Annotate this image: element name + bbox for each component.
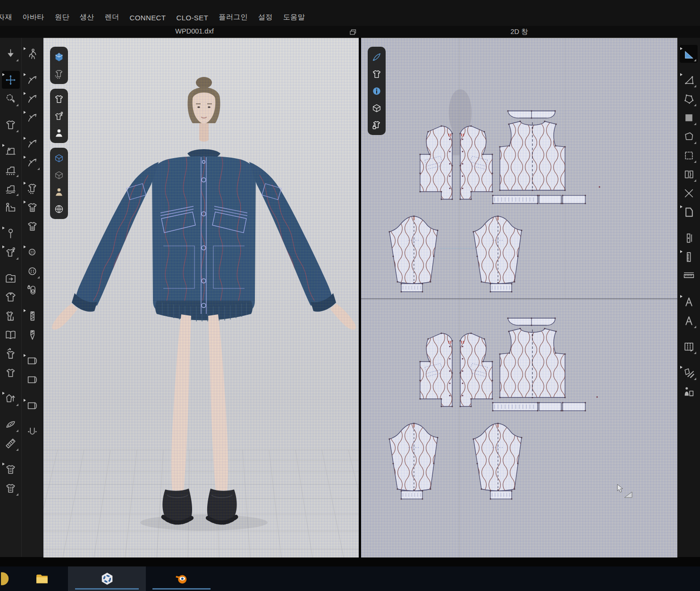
garment-tape-tool[interactable] [2, 479, 20, 497]
fit-sewing-tool[interactable] [2, 198, 20, 216]
fold-elbow-tool[interactable] [23, 90, 41, 108]
left-toolbar-col1 [0, 38, 21, 557]
lock-pattern-toggle[interactable] [370, 118, 384, 132]
grading-ruler-tool[interactable] [680, 267, 698, 285]
menu-item-자재[interactable]: 자재 [0, 13, 17, 22]
menu-bar: 자재아바타원단생산렌더CONNECTCLO-SET플러그인설정도움말 [0, 0, 700, 26]
button-tool[interactable] [23, 243, 41, 261]
fabric-texture-tool[interactable] [23, 198, 41, 216]
internal-polygon-tool[interactable] [680, 146, 698, 164]
menu-item-아바타[interactable]: 아바타 [17, 13, 50, 22]
free-sewing-tool[interactable] [2, 160, 20, 178]
pin-display-toggle[interactable] [52, 109, 66, 123]
fabric-view-toggle[interactable] [52, 151, 66, 165]
segment-sewing-tool[interactable] [2, 142, 20, 160]
basic-garment-tool[interactable] [2, 363, 20, 381]
taskbar-pinned-app-partial-icon [1, 572, 15, 586]
viewport-3d-toolbar-group2 [50, 89, 68, 143]
fold-arm-tool[interactable] [23, 71, 41, 89]
layer-clone-tool[interactable] [2, 307, 20, 325]
file-explorer[interactable] [16, 566, 68, 591]
zipper-puller-tool[interactable] [23, 326, 41, 344]
title-strip: WPD001.dxf 2D 창 [0, 26, 700, 38]
binding-tool[interactable] [23, 422, 41, 440]
menu-item-도움말[interactable]: 도움말 [278, 13, 310, 22]
viewport-3d-toolbar-group3 [50, 148, 68, 219]
bend-tool[interactable] [23, 135, 41, 152]
garment-measure-tool[interactable] [2, 460, 20, 478]
clo-3d-app-icon [100, 572, 114, 586]
menu-item-렌더[interactable]: 렌더 [100, 13, 125, 22]
seam-allowance-tool[interactable] [680, 229, 698, 247]
file-explorer-icon [35, 572, 49, 586]
walk-pose-tool[interactable] [23, 45, 41, 63]
unfold-tool[interactable] [2, 326, 20, 344]
fold-wrist-tool[interactable] [23, 109, 41, 127]
fold-arrangement-tool[interactable] [2, 269, 20, 287]
clo-3d-app[interactable] [68, 566, 146, 591]
pattern-scene [361, 38, 677, 557]
viewport-2d[interactable] [361, 38, 677, 557]
fabric-roll-tool[interactable] [23, 352, 41, 370]
trace-tool[interactable] [680, 184, 698, 202]
menu-item-CONNECT[interactable]: CONNECT [124, 14, 171, 22]
garment-select-tool[interactable] [2, 116, 20, 134]
pin-tool[interactable] [2, 224, 20, 242]
show-pattern-toggle[interactable] [370, 67, 384, 81]
curved-measure-tool[interactable] [2, 415, 20, 433]
transform-pattern-tool[interactable] [680, 45, 698, 63]
viewport-2d-toolbar-group [368, 47, 386, 135]
cut-sew-tool[interactable] [680, 363, 698, 381]
button-fasten-tool[interactable] [23, 281, 41, 299]
fabric-texture-view[interactable] [23, 217, 41, 235]
dart-tool[interactable] [680, 165, 698, 183]
menu-item-설정[interactable]: 설정 [253, 13, 278, 22]
text-tool[interactable] [680, 312, 698, 329]
restore-window-icon[interactable] [350, 29, 356, 35]
edit-pattern-tool[interactable] [680, 71, 698, 89]
show-avatar-toggle[interactable] [52, 126, 66, 140]
arrange-tool[interactable] [2, 45, 20, 63]
pleats-tool[interactable] [680, 338, 698, 355]
environment-toggle[interactable] [52, 202, 66, 216]
menu-item-생산[interactable]: 생산 [75, 13, 100, 22]
texture-transform-tool[interactable] [2, 389, 20, 407]
flip-garment-tool[interactable] [2, 345, 20, 363]
taskbar-pinned-app-partial[interactable] [0, 566, 16, 591]
pattern-info-toggle[interactable] [370, 84, 384, 98]
outerwear-tool[interactable] [2, 288, 20, 306]
freehand-pattern-tool[interactable] [680, 127, 698, 145]
lasso-select-tool[interactable] [2, 90, 20, 108]
viewport-2d-title: 2D 창 [361, 27, 677, 36]
blender-app[interactable] [146, 566, 217, 591]
edit-curvature-tool[interactable] [680, 90, 698, 108]
particle-distance-tool[interactable] [23, 179, 41, 197]
measure-tool[interactable] [2, 434, 20, 452]
bend-sub-tool[interactable] [23, 153, 41, 171]
blender-app-icon [174, 572, 188, 586]
fabric-strip-tool[interactable] [23, 397, 41, 414]
polygon-pattern-tool[interactable] [680, 109, 698, 127]
thickness-view-toggle[interactable] [52, 168, 66, 182]
viewport-3d-toolbar [50, 47, 68, 219]
fit-pattern-tool[interactable] [680, 382, 698, 400]
viewport-3d[interactable] [43, 38, 359, 557]
outline-tool[interactable] [680, 203, 698, 221]
pattern-ruler-tool[interactable] [680, 248, 698, 266]
simulation-toggle[interactable] [52, 50, 66, 64]
sewing-modify-tool[interactable] [2, 179, 20, 197]
move-tool[interactable] [2, 71, 20, 89]
edit-curve-2d-toggle[interactable] [370, 50, 384, 64]
menu-item-원단[interactable]: 원단 [50, 13, 75, 22]
fabric-roll-view[interactable] [23, 371, 41, 388]
buttonhole-tool[interactable] [23, 262, 41, 280]
show-fabric-toggle[interactable] [370, 101, 384, 115]
menu-item-CLO-SET[interactable]: CLO-SET [171, 14, 213, 22]
show-garment-toggle[interactable] [52, 92, 66, 106]
edit-text-tool[interactable] [680, 293, 698, 311]
pin-garment-tool[interactable] [2, 243, 20, 261]
garment-ghost-toggle[interactable] [52, 67, 66, 81]
zipper-tool[interactable] [23, 307, 41, 325]
mannequin-view-toggle[interactable] [52, 185, 66, 199]
menu-item-플러그인[interactable]: 플러그인 [213, 13, 253, 22]
